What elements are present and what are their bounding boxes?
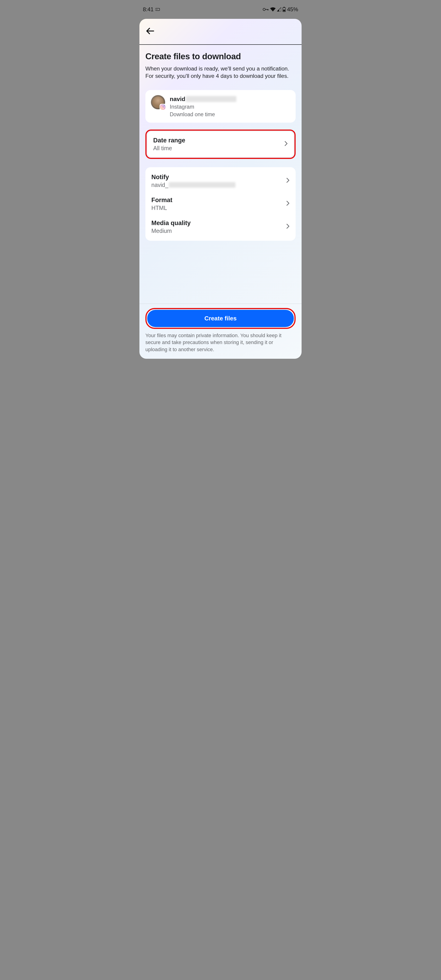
account-download-meta: Download one time — [170, 111, 290, 118]
format-value: HTML — [151, 205, 172, 211]
date-range-row[interactable]: Date range All time — [147, 131, 294, 157]
svg-point-2 — [263, 8, 265, 11]
footer-area: Create files Your files may contain priv… — [139, 304, 302, 359]
account-platform: Instagram — [170, 103, 290, 110]
svg-rect-0 — [156, 8, 160, 11]
create-button-highlight: Create files — [145, 308, 296, 329]
date-range-label: Date range — [153, 137, 185, 144]
chevron-right-icon — [287, 200, 290, 207]
chevron-right-icon — [287, 177, 290, 185]
media-quality-label: Media quality — [151, 220, 191, 227]
signal-icon — [277, 7, 281, 11]
page-title: Create files to download — [145, 52, 296, 61]
date-range-value: All time — [153, 145, 185, 151]
format-row[interactable]: Format HTML — [151, 197, 290, 211]
status-time: 8:41 — [143, 6, 154, 13]
account-card[interactable]: navid Instagram Download one time — [145, 90, 296, 123]
instagram-badge-icon — [160, 104, 166, 110]
create-files-button[interactable]: Create files — [147, 310, 294, 327]
account-username: navid — [170, 95, 290, 103]
avatar — [151, 95, 165, 109]
back-button[interactable] — [146, 27, 154, 36]
footer-disclaimer: Your files may contain private informati… — [145, 332, 296, 353]
svg-point-1 — [156, 9, 157, 10]
notify-label: Notify — [151, 173, 236, 181]
battery-icon — [282, 7, 286, 12]
chevron-right-icon — [285, 140, 288, 148]
media-quality-value: Medium — [151, 228, 191, 234]
date-range-highlight: Date range All time — [145, 129, 296, 159]
notify-row[interactable]: Notify navid_ — [151, 173, 290, 188]
svg-rect-8 — [283, 10, 285, 11]
chevron-right-icon — [287, 223, 290, 231]
settings-group: Notify navid_ Format HTML — [145, 167, 296, 241]
battery-percent: 45% — [287, 6, 298, 13]
svg-rect-9 — [161, 105, 165, 109]
vpn-key-icon — [263, 8, 269, 11]
app-header — [139, 19, 302, 45]
notify-value: navid_ — [151, 182, 236, 188]
status-bar: 8:41 45% — [138, 0, 303, 19]
media-quality-row[interactable]: Media quality Medium — [151, 220, 290, 234]
format-label: Format — [151, 197, 172, 204]
wifi-icon — [270, 7, 275, 11]
svg-point-11 — [164, 106, 164, 106]
notification-icon — [156, 8, 160, 11]
svg-point-10 — [162, 106, 164, 108]
svg-rect-7 — [283, 7, 285, 8]
page-subtitle: When your download is ready, we'll send … — [145, 65, 296, 80]
